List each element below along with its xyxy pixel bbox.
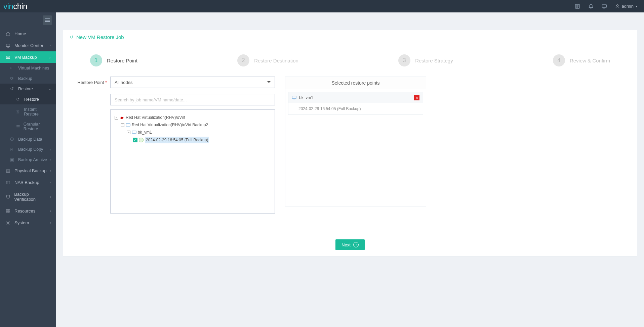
- monitor-icon: [5, 43, 11, 48]
- node-select-col: All nodes: [110, 77, 278, 88]
- form-area: Restore Point * All nodes: [63, 73, 637, 233]
- sidebar-sub-virtual-machines[interactable]: ▫ Virtual Machines: [0, 63, 56, 73]
- sidebar-item-label: Backup Verification: [14, 192, 50, 202]
- selected-item: bk_vm1 ✕ 2024-02-29 16:54:05 (Full Backu…: [288, 92, 423, 115]
- main-content: ↺ New VM Restore Job 1 Restore Point 2 R…: [56, 25, 644, 262]
- sidebar-item-label: NAS Backup: [14, 180, 39, 185]
- restore-point-label-text: Restore Point: [78, 80, 104, 85]
- sidebar-sub-backup[interactable]: ⟳ Backup: [0, 73, 56, 84]
- sidebar-sub-backup-data[interactable]: ⛁ Backup Data: [0, 134, 56, 144]
- restore-point-tree[interactable]: − Red Hat Virtualization(RHV)/oVirt − Re…: [110, 109, 275, 214]
- sidebar-sub-label: Backup Archive: [18, 157, 47, 162]
- sidebar-item-resources[interactable]: Resources ‹: [0, 205, 56, 217]
- required-asterisk: *: [105, 80, 107, 85]
- sidebar-sub-label: Backup Copy: [18, 147, 43, 152]
- data-icon: ⛁: [10, 137, 15, 142]
- step-label: Restore Point: [107, 58, 137, 63]
- restore-icon: ↺: [10, 86, 15, 91]
- vm-icon: [292, 95, 296, 100]
- svg-rect-4: [602, 5, 606, 7]
- tree-toggle-icon[interactable]: −: [115, 116, 118, 120]
- tree-toggle-icon[interactable]: −: [121, 123, 124, 127]
- restore-icon: ↺: [16, 97, 22, 102]
- notes-icon[interactable]: [575, 4, 580, 9]
- svg-rect-7: [6, 44, 10, 46]
- sidebar-subsub-granular-restore[interactable]: ☰ Granular Restore: [0, 119, 56, 134]
- svg-point-19: [7, 222, 9, 223]
- physical-icon: [5, 169, 11, 173]
- step-number: 1: [90, 54, 102, 66]
- copy-icon: ⎘: [10, 147, 15, 152]
- sidebar-item-system[interactable]: System ‹: [0, 217, 56, 229]
- sidebar-item-nas-backup[interactable]: NAS Backup ‹: [0, 177, 56, 188]
- wizard-step-1[interactable]: 1 Restore Point: [90, 54, 137, 66]
- sidebar-item-backup-verification[interactable]: Backup Verification ‹: [0, 188, 56, 205]
- chevron-down-icon: ▾: [636, 5, 637, 8]
- next-button[interactable]: Next →: [335, 239, 365, 250]
- logo[interactable]: vinchin: [3, 2, 27, 11]
- sidebar-item-label: VM Backup: [14, 55, 37, 60]
- tree-job[interactable]: − Red Hat Virtualization(RHV)/oVirt Back…: [115, 121, 271, 129]
- sidebar-sub-backup-archive[interactable]: ▣ Backup Archive ‹: [0, 154, 56, 165]
- collapse-button[interactable]: [43, 15, 52, 25]
- svg-rect-13: [6, 181, 10, 184]
- step-label: Review & Confirm: [570, 58, 610, 63]
- sidebar-sub-backup-copy[interactable]: ⎘ Backup Copy ‹: [0, 144, 56, 154]
- sidebar-subsub-restore[interactable]: ↺ Restore: [0, 94, 56, 104]
- sidebar-collapse-row: [0, 12, 56, 28]
- sidebar-subsub-label: Instant Restore: [24, 107, 51, 116]
- instant-icon: ⧖: [16, 109, 21, 114]
- svg-rect-16: [8, 209, 10, 211]
- sidebar-item-monitor[interactable]: Monitor Center ‹: [0, 40, 56, 51]
- restore-point-label: Restore Point *: [77, 80, 110, 85]
- wizard-step-4[interactable]: 4 Review & Confirm: [553, 54, 610, 66]
- svg-rect-18: [8, 211, 10, 213]
- tree-root[interactable]: − Red Hat Virtualization(RHV)/oVirt: [115, 114, 271, 121]
- svg-rect-11: [6, 170, 10, 171]
- sidebar-item-label: Resources: [14, 208, 35, 214]
- step-number: 4: [553, 54, 565, 66]
- bell-icon[interactable]: [588, 4, 594, 9]
- tree-root-label: Red Hat Virtualization(RHV)/oVirt: [126, 114, 185, 121]
- header-actions: admin ▾: [575, 4, 637, 9]
- remove-selected-button[interactable]: ✕: [414, 95, 419, 100]
- tree-vm[interactable]: − bk_vm1: [115, 129, 271, 136]
- tree-checkbox-checked[interactable]: [133, 138, 137, 142]
- panel-header: ↺ New VM Restore Job: [63, 30, 637, 44]
- sidebar-item-label: Home: [14, 31, 26, 36]
- user-menu[interactable]: admin ▾: [615, 4, 637, 9]
- wizard-step-3[interactable]: 3 Restore Strategy: [398, 54, 453, 66]
- sidebar-subsub-instant-restore[interactable]: ⧖ Instant Restore: [0, 104, 56, 119]
- chevron-left-icon: ‹: [50, 158, 51, 161]
- svg-rect-21: [132, 131, 136, 133]
- logo-prefix: vin: [3, 2, 13, 11]
- chevron-left-icon: ‹: [50, 209, 51, 213]
- sidebar-sub-label: Virtual Machines: [18, 66, 49, 71]
- node-select[interactable]: All nodes: [110, 77, 275, 88]
- archive-icon: ▣: [10, 157, 15, 162]
- vm-small-icon: [132, 130, 136, 135]
- sidebar-subsub-label: Granular Restore: [24, 122, 51, 131]
- tree-toggle-icon[interactable]: −: [127, 131, 130, 134]
- nas-icon: [5, 180, 11, 185]
- sidebar-item-vm-backup[interactable]: VM VM Backup ⌄: [0, 51, 56, 63]
- svg-text:VM: VM: [7, 56, 9, 58]
- svg-point-6: [616, 4, 618, 6]
- sidebar-item-home[interactable]: Home: [0, 28, 56, 40]
- sidebar: Home Monitor Center ‹ VM VM Backup ⌄ ▫ V…: [0, 12, 56, 327]
- selected-restore-points-panel: Selected restore points bk_vm1 ✕ 2024-02…: [285, 77, 426, 206]
- sidebar-sub-label: Backup: [18, 76, 32, 81]
- selected-panel-body: bk_vm1 ✕ 2024-02-29 16:54:05 (Full Backu…: [285, 92, 426, 206]
- search-input[interactable]: [110, 94, 275, 105]
- tree-restore-point[interactable]: 2024-02-29 16:54:05 (Full Backup): [115, 136, 271, 144]
- wizard-step-2[interactable]: 2 Restore Destination: [237, 54, 298, 66]
- sidebar-subsub-label: Restore: [24, 97, 39, 102]
- screen-icon[interactable]: [602, 4, 607, 9]
- svg-rect-17: [6, 211, 8, 213]
- sidebar-item-physical-backup[interactable]: Physical Backup ‹: [0, 165, 56, 177]
- wizard-panel: ↺ New VM Restore Job 1 Restore Point 2 R…: [63, 30, 637, 256]
- svg-rect-12: [6, 171, 10, 172]
- sidebar-sub-restore[interactable]: ↺ Restore ⌄: [0, 84, 56, 94]
- sidebar-sub-label: Restore: [18, 87, 33, 91]
- search-row: [77, 94, 278, 105]
